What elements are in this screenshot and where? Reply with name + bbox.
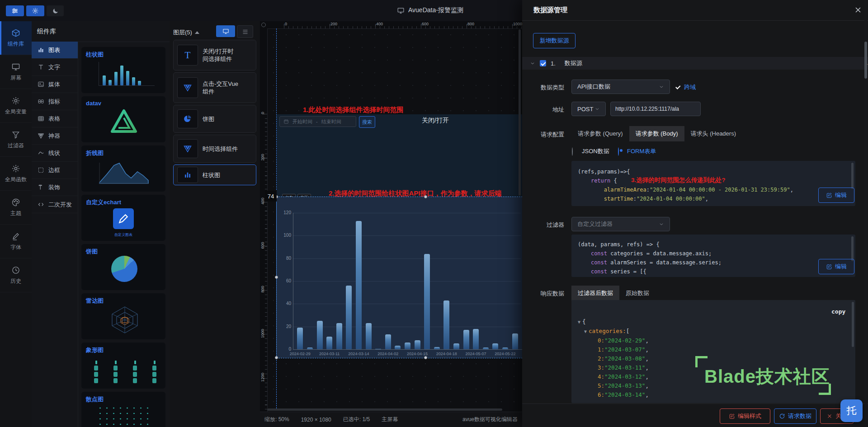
sidebar-item-label: 全局函数 bbox=[5, 176, 27, 183]
layer-item-time-toggle-text[interactable]: T 关闭/打开时间选择组件 bbox=[173, 40, 256, 70]
category-6[interactable]: 线状 bbox=[32, 145, 78, 162]
monitor-icon bbox=[222, 28, 229, 35]
form-data-radio[interactable] bbox=[618, 147, 619, 156]
type-select-value: API接口数据 bbox=[577, 83, 610, 91]
section-label: 数据源 bbox=[565, 59, 582, 67]
datasource-type-select[interactable]: API接口数据 bbox=[571, 80, 670, 94]
vue-icon bbox=[38, 132, 44, 139]
layer-item-click-vue[interactable]: 点击-交互Vue组件 bbox=[173, 72, 256, 103]
code-line: const alarmSeries = data.message.series; bbox=[578, 258, 855, 267]
json-scrollbar[interactable] bbox=[852, 302, 854, 347]
sidebar-item-1[interactable]: 屏幕 bbox=[0, 55, 32, 89]
start-time-placeholder: 开始时间 bbox=[292, 118, 312, 125]
request-tab-2[interactable]: 请求头 (Headers) bbox=[684, 126, 742, 141]
card-pictorial-chart[interactable]: 象形图 bbox=[81, 343, 165, 389]
response-tab-0[interactable]: 过滤器后数据 bbox=[571, 286, 619, 301]
component-panel-title: 组件库 bbox=[37, 28, 56, 36]
date-range-picker[interactable]: 开始时间 - 结束时间 bbox=[279, 116, 356, 127]
code-icon bbox=[38, 201, 44, 208]
field-label-request-config: 请求配置 bbox=[522, 131, 564, 139]
response-tab-1[interactable]: 原始数据 bbox=[619, 286, 656, 301]
sidebar-item-3[interactable]: 过滤器 bbox=[0, 123, 32, 157]
edit-style-button[interactable]: 编辑样式 bbox=[720, 408, 770, 424]
category-1[interactable]: 文字 bbox=[32, 59, 78, 76]
card-scatter-chart[interactable]: 散点图 bbox=[81, 392, 165, 427]
layer-item-pie[interactable]: 饼图 bbox=[173, 105, 256, 133]
datasource-section-header[interactable]: 1. 数据源 bbox=[522, 57, 868, 70]
resize-handle-top-center[interactable] bbox=[424, 195, 427, 198]
resize-handle-left-middle[interactable] bbox=[275, 276, 278, 279]
end-time-placeholder: 结束时间 bbox=[321, 118, 341, 125]
list-view-toggle[interactable] bbox=[237, 25, 253, 38]
layers-panel-title: 图层(5) bbox=[173, 28, 199, 37]
pictorial-chart-thumbnail bbox=[94, 357, 156, 383]
request-tab-0[interactable]: 请求参数 (Query) bbox=[571, 126, 629, 141]
code-scrollbar[interactable] bbox=[851, 236, 854, 261]
json-row: ▼categories:[ bbox=[571, 327, 851, 336]
card-datav[interactable]: datav bbox=[81, 96, 165, 142]
resize-handle-bottom-center[interactable] bbox=[424, 356, 427, 359]
request-tab-1[interactable]: 请求参数 (Body) bbox=[629, 126, 684, 141]
section-checkbox[interactable] bbox=[540, 60, 546, 66]
layer-item-time-picker[interactable]: 时间选择组件 bbox=[173, 135, 256, 163]
card-pie-chart[interactable]: 饼图 bbox=[81, 244, 165, 290]
drag-float-button[interactable]: 托 bbox=[840, 399, 863, 422]
selected-count: 已选中: 1/5 bbox=[343, 416, 370, 423]
request-config-tabs: 请求参数 (Query)请求参数 (Body)请求头 (Headers) bbox=[571, 126, 742, 141]
box-icon bbox=[11, 28, 20, 38]
sidebar-item-5[interactable]: 主题 bbox=[0, 191, 32, 225]
copy-button[interactable]: copy bbox=[831, 307, 845, 316]
pen-icon bbox=[11, 232, 20, 241]
sidebar-item-0[interactable]: 组件库 bbox=[0, 21, 32, 55]
screen-view-toggle[interactable] bbox=[216, 25, 235, 37]
code-scrollbar[interactable] bbox=[851, 163, 854, 189]
range-separator: - bbox=[316, 119, 318, 124]
card-custom-echart[interactable]: 自定义echart 自定义图表 bbox=[81, 195, 165, 241]
filter-code-editor[interactable]: (data, params, refs) => { const categori… bbox=[571, 235, 855, 277]
edit-body-button[interactable]: 编辑 bbox=[818, 188, 854, 203]
v-ruler-tick: 1200 bbox=[260, 371, 265, 384]
resize-handle-bottom-left[interactable] bbox=[275, 356, 278, 359]
http-method-select[interactable]: POST bbox=[571, 102, 606, 116]
add-datasource-button[interactable]: 新增数据源 bbox=[533, 33, 576, 48]
category-9[interactable]: 二次开发 bbox=[32, 196, 78, 213]
close-icon[interactable] bbox=[854, 5, 863, 14]
filter-select[interactable]: 自定义过滤器 bbox=[571, 217, 670, 231]
json-data-radio[interactable] bbox=[572, 147, 573, 156]
bar-chart-thumbnail bbox=[99, 62, 155, 86]
toggle-label-component[interactable]: 关闭/打开 bbox=[422, 117, 449, 125]
sidebar-item-6[interactable]: 字体 bbox=[0, 225, 32, 258]
request-data-button[interactable]: 请求数据 bbox=[774, 408, 816, 424]
card-radar-chart[interactable]: 雷达图 bbox=[81, 293, 165, 339]
filter-select-value: 自定义过滤器 bbox=[577, 220, 613, 228]
drawer-scrollbar-thumb[interactable] bbox=[864, 42, 867, 79]
card-bar-chart[interactable]: 柱状图 bbox=[81, 47, 165, 93]
edit-icon bbox=[826, 263, 832, 270]
canvas-vertical-scrollbar[interactable] bbox=[519, 29, 521, 196]
sidebar-item-4[interactable]: 全局函数 bbox=[0, 157, 32, 191]
category-5[interactable]: 神器 bbox=[32, 127, 78, 145]
settings-button[interactable] bbox=[26, 5, 44, 16]
edit-button-label: 编辑 bbox=[835, 263, 847, 271]
search-button[interactable]: 搜索 bbox=[359, 116, 375, 128]
category-8[interactable]: 装饰 bbox=[32, 179, 78, 196]
category-2[interactable]: 媒体 bbox=[32, 76, 78, 93]
category-label: 表格 bbox=[48, 115, 60, 123]
ruler-corner bbox=[260, 21, 268, 29]
edit-filter-button[interactable]: 编辑 bbox=[818, 259, 854, 274]
dashboard-icon bbox=[397, 7, 405, 14]
category-7[interactable]: 边框 bbox=[32, 162, 78, 179]
layers-toggle-button[interactable] bbox=[6, 5, 24, 16]
layer-item-bar-chart[interactable]: 柱状图 bbox=[173, 164, 256, 185]
category-4[interactable]: 表格 bbox=[32, 110, 78, 127]
sidebar-item-2[interactable]: 全局变量 bbox=[0, 89, 32, 123]
url-input[interactable]: http://10.0.12.225:1117/ala bbox=[610, 102, 701, 116]
category-0[interactable]: 图表 bbox=[32, 42, 78, 59]
category-3[interactable]: 指标 bbox=[32, 93, 78, 110]
sidebar-item-label: 全局变量 bbox=[5, 108, 27, 116]
sidebar-item-7[interactable]: 历史 bbox=[0, 258, 32, 292]
theme-toggle-button[interactable] bbox=[47, 5, 64, 16]
canvas-horizontal-scrollbar[interactable] bbox=[267, 408, 502, 411]
card-line-chart[interactable]: 折线图 bbox=[81, 145, 165, 192]
collapse-caret-icon[interactable] bbox=[195, 31, 199, 34]
